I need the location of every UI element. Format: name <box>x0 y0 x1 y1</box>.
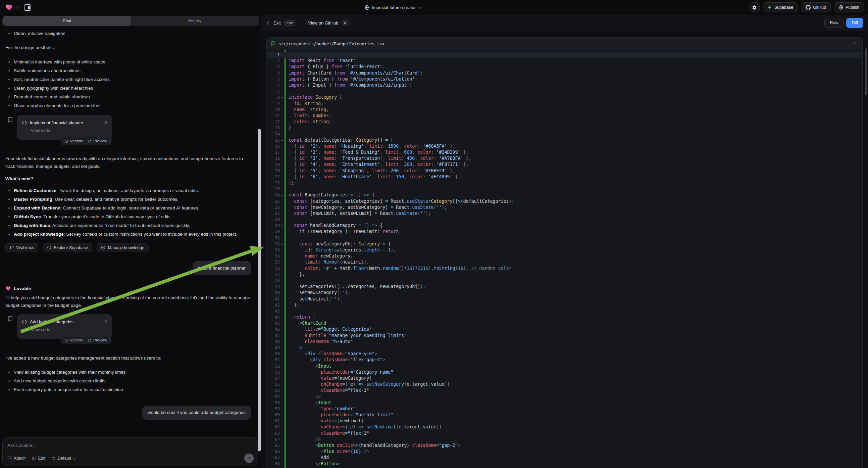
line-number: 10 <box>267 107 280 113</box>
code-line: 18 { id: '3', name: 'Transportation', li… <box>267 155 862 162</box>
explore-supabase-label: Explore Supabase <box>54 245 88 250</box>
package-icon <box>101 245 105 250</box>
list-item: Debug with Ease: Activate our experiment… <box>5 221 251 230</box>
chat-scroll-area[interactable]: Clean, intuitive navigation For the desi… <box>0 28 258 434</box>
view-code-link[interactable]: View code <box>31 128 107 133</box>
manage-knowledge-label: Manage knowledge <box>108 245 144 250</box>
settings-button[interactable] <box>750 2 760 12</box>
fold-gutter <box>280 82 284 88</box>
fold-gutter <box>280 58 284 64</box>
supabase-button[interactable]: Supabase <box>763 2 798 12</box>
send-button[interactable] <box>244 454 254 463</box>
view-code-link[interactable]: View code <box>31 327 107 332</box>
edit-button[interactable]: Edit <box>32 456 45 461</box>
fold-gutter <box>280 442 284 448</box>
manage-knowledge-button[interactable]: Manage knowledge <box>97 243 148 252</box>
fold-gutter <box>280 400 284 406</box>
bookmark-icon[interactable] <box>8 117 13 122</box>
bookmark-icon[interactable] <box>8 316 13 322</box>
preview-button[interactable]: Preview <box>88 139 107 143</box>
fold-chevron-icon[interactable] <box>280 94 284 100</box>
whats-next-heading: What's next? <box>5 176 251 181</box>
code-scrollbar[interactable] <box>865 48 867 95</box>
line-number: 8 <box>267 94 280 100</box>
code-line: 51 <div className="flex gap-4"> <box>267 357 862 363</box>
panel-toggle-button[interactable] <box>24 4 31 11</box>
fold-gutter <box>280 143 284 149</box>
code-area[interactable]: 12import React from 'react';3import { Pl… <box>267 50 862 468</box>
code-text: const handleAddCategory = () => { <box>288 223 382 229</box>
line-number: 45 <box>267 320 280 326</box>
line-number: 63 <box>267 430 280 436</box>
github-button[interactable]: GitHub <box>801 2 831 12</box>
fold-gutter <box>280 320 284 326</box>
user-message-bubble: would be cool if you could add budget ca… <box>142 406 251 420</box>
code-line: 25 const [categories, setCategories] = R… <box>267 198 862 204</box>
fold-gutter <box>280 345 284 351</box>
more-options-icon[interactable]: ··· <box>245 286 251 291</box>
explore-supabase-button[interactable]: Explore Supabase <box>42 243 92 252</box>
fold-chevron-icon[interactable] <box>280 223 284 229</box>
file-header[interactable]: src/components/budget/BudgetCategories.t… <box>267 38 862 50</box>
bullet-dot <box>8 216 10 217</box>
bullet-text: Subtle animations and transitions <box>14 66 81 75</box>
code-line: 2import React from 'react'; <box>267 58 862 64</box>
heart-icon <box>5 286 11 291</box>
chat-input[interactable] <box>7 441 253 449</box>
lovable-logo[interactable] <box>5 4 13 11</box>
bullet-text: Rounded corners and subtle shadows <box>14 93 90 101</box>
code-line: 35 limit: Number(newLimit), <box>267 259 862 265</box>
chevron-down-icon[interactable] <box>16 5 19 9</box>
view-on-github-button[interactable]: View on GitHub <box>308 21 338 26</box>
project-switcher[interactable]: financial-future-creator <box>349 0 436 15</box>
fold-gutter <box>280 369 284 375</box>
raw-button[interactable]: Raw <box>825 18 843 28</box>
preview-button[interactable]: Preview <box>88 338 107 342</box>
version-card-implement-financial-planner[interactable]: Implement financial planner View code <box>17 115 112 140</box>
visit-docs-button[interactable]: Visit docs <box>5 243 38 252</box>
chat-scrollbar[interactable] <box>258 129 261 451</box>
line-number: 7 <box>267 88 280 94</box>
diff-button[interactable]: Diff <box>846 18 863 28</box>
tab-history[interactable]: History <box>131 17 259 25</box>
version-card-add-budget-categories[interactable]: Add budget categories View code <box>17 314 112 339</box>
fold-gutter <box>280 125 284 131</box>
code-line: 44 return ( <box>267 314 862 320</box>
code-text: title="Budget Categories" <box>288 326 372 332</box>
line-number: 4 <box>267 70 280 76</box>
line-number: 66 <box>267 448 280 455</box>
mode-selector[interactable]: Default <box>51 456 75 461</box>
restore-button[interactable]: Restore <box>64 338 83 342</box>
code-line: 46 title="Budget Categories" <box>267 326 862 332</box>
line-number: 17 <box>267 149 280 155</box>
publish-button[interactable]: Publish <box>834 2 864 12</box>
exit-button[interactable]: Exit <box>274 21 281 26</box>
restore-button[interactable]: Restore <box>64 139 83 143</box>
chat-panel: Chat History Clean, intuitive navigation… <box>0 15 261 468</box>
code-line: 4import ChartCard from '@/components/ui/… <box>267 70 862 76</box>
code-text: placeholder="Monthly limit" <box>288 412 393 418</box>
line-number: 56 <box>267 387 280 393</box>
attach-button[interactable]: Attach <box>7 456 26 461</box>
line-number: 26 <box>267 204 280 210</box>
tab-chat[interactable]: Chat <box>3 17 131 25</box>
code-line: 24const BudgetCategories = () => { <box>267 192 862 198</box>
fold-chevron-icon[interactable] <box>280 137 284 143</box>
code-line: 57 /> <box>267 394 862 400</box>
code-line: 19 { id: '4', name: 'Entertainment', lim… <box>267 162 862 168</box>
code-text: const defaultCategories: Category[] = [ <box>288 137 393 143</box>
list-item: Expand with Backend: Connect Supabase to… <box>5 204 251 212</box>
fold-chevron-icon[interactable] <box>280 241 284 247</box>
chat-history-tabs: Chat History <box>2 16 259 26</box>
code-line: 22]; <box>267 180 862 186</box>
code-line: 29 const handleAddCategory = () => { <box>267 223 862 229</box>
chevron-up-icon[interactable] <box>854 42 858 46</box>
code-text: { id: '6', name: 'Healthcare', limit: 15… <box>288 174 460 180</box>
chevron-left-icon[interactable] <box>267 21 271 25</box>
fold-gutter <box>280 174 284 180</box>
fold-gutter <box>280 155 284 162</box>
code-text: <ChartCard <box>288 320 326 326</box>
line-number: 9 <box>267 101 280 107</box>
code-text: /> <box>288 394 321 400</box>
fold-chevron-icon[interactable] <box>280 192 284 198</box>
